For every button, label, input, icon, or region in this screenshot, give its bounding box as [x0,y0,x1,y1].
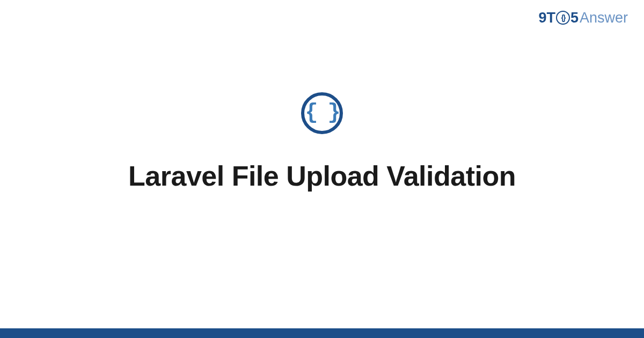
page-title: Laravel File Upload Validation [128,160,516,192]
main-content: { } Laravel File Upload Validation [0,0,644,338]
braces-symbol: { } [305,102,339,124]
bottom-accent-bar [0,328,644,338]
code-braces-icon: { } [301,92,343,134]
